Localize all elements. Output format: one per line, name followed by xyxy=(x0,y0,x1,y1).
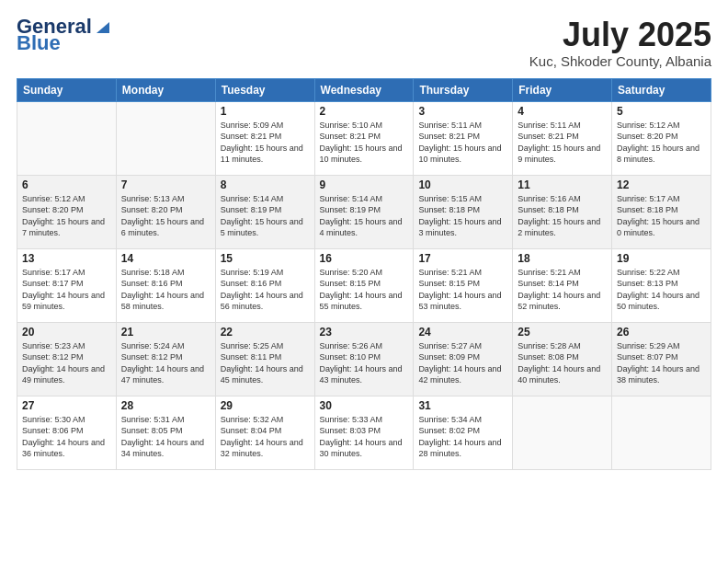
day-number: 3 xyxy=(418,105,507,118)
table-row xyxy=(612,396,711,469)
day-number: 17 xyxy=(418,252,507,265)
day-info: Sunrise: 5:17 AMSunset: 8:18 PMDaylight:… xyxy=(617,193,706,239)
day-number: 11 xyxy=(518,178,607,191)
day-number: 7 xyxy=(121,178,210,191)
table-row: 23Sunrise: 5:26 AMSunset: 8:10 PMDayligh… xyxy=(314,322,414,396)
day-info: Sunrise: 5:24 AMSunset: 8:12 PMDaylight:… xyxy=(121,340,210,386)
table-row: 3Sunrise: 5:11 AMSunset: 8:21 PMDaylight… xyxy=(414,101,513,175)
svg-marker-0 xyxy=(97,22,109,33)
calendar-week-row: 20Sunrise: 5:23 AMSunset: 8:12 PMDayligh… xyxy=(17,322,711,396)
table-row: 8Sunrise: 5:14 AMSunset: 8:19 PMDaylight… xyxy=(215,175,314,248)
location: Kuc, Shkoder County, Albania xyxy=(529,53,711,69)
table-row: 1Sunrise: 5:09 AMSunset: 8:21 PMDaylight… xyxy=(215,101,314,175)
table-row: 17Sunrise: 5:21 AMSunset: 8:15 PMDayligh… xyxy=(414,248,513,322)
day-info: Sunrise: 5:32 AMSunset: 8:04 PMDaylight:… xyxy=(221,414,310,460)
month-year: July 2025 xyxy=(529,17,711,53)
table-row: 4Sunrise: 5:11 AMSunset: 8:21 PMDaylight… xyxy=(513,101,612,175)
table-row xyxy=(116,101,215,175)
day-number: 21 xyxy=(121,326,210,339)
day-number: 24 xyxy=(418,326,507,339)
day-number: 30 xyxy=(320,399,409,412)
day-info: Sunrise: 5:12 AMSunset: 8:20 PMDaylight:… xyxy=(22,193,111,239)
day-number: 26 xyxy=(617,326,706,339)
day-info: Sunrise: 5:31 AMSunset: 8:05 PMDaylight:… xyxy=(121,414,210,460)
table-row: 22Sunrise: 5:25 AMSunset: 8:11 PMDayligh… xyxy=(215,322,314,396)
page: General Blue July 2025 Kuc, Shkoder Coun… xyxy=(0,0,728,563)
day-number: 5 xyxy=(617,105,706,118)
day-number: 8 xyxy=(221,178,310,191)
day-info: Sunrise: 5:16 AMSunset: 8:18 PMDaylight:… xyxy=(518,193,607,239)
logo: General Blue xyxy=(17,17,111,53)
day-info: Sunrise: 5:09 AMSunset: 8:21 PMDaylight:… xyxy=(221,120,310,166)
day-info: Sunrise: 5:18 AMSunset: 8:16 PMDaylight:… xyxy=(121,267,210,313)
table-row: 15Sunrise: 5:19 AMSunset: 8:16 PMDayligh… xyxy=(215,248,314,322)
day-info: Sunrise: 5:34 AMSunset: 8:02 PMDaylight:… xyxy=(418,414,507,460)
day-number: 18 xyxy=(518,252,607,265)
day-info: Sunrise: 5:21 AMSunset: 8:14 PMDaylight:… xyxy=(518,267,607,313)
calendar-week-row: 1Sunrise: 5:09 AMSunset: 8:21 PMDaylight… xyxy=(17,101,711,175)
col-saturday: Saturday xyxy=(612,78,711,101)
day-number: 16 xyxy=(320,252,409,265)
day-number: 28 xyxy=(121,399,210,412)
table-row: 20Sunrise: 5:23 AMSunset: 8:12 PMDayligh… xyxy=(17,322,117,396)
calendar-week-row: 13Sunrise: 5:17 AMSunset: 8:17 PMDayligh… xyxy=(17,248,711,322)
col-monday: Monday xyxy=(116,78,215,101)
day-number: 12 xyxy=(617,178,706,191)
day-number: 14 xyxy=(121,252,210,265)
day-info: Sunrise: 5:10 AMSunset: 8:21 PMDaylight:… xyxy=(320,120,409,166)
day-info: Sunrise: 5:26 AMSunset: 8:10 PMDaylight:… xyxy=(320,340,409,386)
day-number: 31 xyxy=(418,399,507,412)
calendar-week-row: 27Sunrise: 5:30 AMSunset: 8:06 PMDayligh… xyxy=(17,396,711,469)
day-info: Sunrise: 5:11 AMSunset: 8:21 PMDaylight:… xyxy=(418,120,507,166)
day-number: 15 xyxy=(221,252,310,265)
day-info: Sunrise: 5:30 AMSunset: 8:06 PMDaylight:… xyxy=(22,414,111,460)
day-number: 20 xyxy=(22,326,111,339)
col-wednesday: Wednesday xyxy=(314,78,414,101)
day-number: 19 xyxy=(617,252,706,265)
day-info: Sunrise: 5:21 AMSunset: 8:15 PMDaylight:… xyxy=(418,267,507,313)
table-row: 11Sunrise: 5:16 AMSunset: 8:18 PMDayligh… xyxy=(513,175,612,248)
table-row: 31Sunrise: 5:34 AMSunset: 8:02 PMDayligh… xyxy=(414,396,513,469)
day-number: 9 xyxy=(320,178,409,191)
day-number: 10 xyxy=(418,178,507,191)
table-row: 6Sunrise: 5:12 AMSunset: 8:20 PMDaylight… xyxy=(17,175,117,248)
table-row: 26Sunrise: 5:29 AMSunset: 8:07 PMDayligh… xyxy=(612,322,711,396)
header: General Blue July 2025 Kuc, Shkoder Coun… xyxy=(17,17,711,69)
day-number: 4 xyxy=(518,105,607,118)
day-info: Sunrise: 5:20 AMSunset: 8:15 PMDaylight:… xyxy=(320,267,409,313)
day-number: 29 xyxy=(221,399,310,412)
day-info: Sunrise: 5:33 AMSunset: 8:03 PMDaylight:… xyxy=(320,414,409,460)
table-row xyxy=(17,101,117,175)
day-info: Sunrise: 5:22 AMSunset: 8:13 PMDaylight:… xyxy=(617,267,706,313)
logo-blue: Blue xyxy=(17,33,61,53)
table-row: 14Sunrise: 5:18 AMSunset: 8:16 PMDayligh… xyxy=(116,248,215,322)
table-row: 27Sunrise: 5:30 AMSunset: 8:06 PMDayligh… xyxy=(17,396,117,469)
day-info: Sunrise: 5:15 AMSunset: 8:18 PMDaylight:… xyxy=(418,193,507,239)
day-info: Sunrise: 5:27 AMSunset: 8:09 PMDaylight:… xyxy=(418,340,507,386)
table-row xyxy=(513,396,612,469)
table-row: 16Sunrise: 5:20 AMSunset: 8:15 PMDayligh… xyxy=(314,248,414,322)
day-number: 27 xyxy=(22,399,111,412)
day-number: 13 xyxy=(22,252,111,265)
table-row: 24Sunrise: 5:27 AMSunset: 8:09 PMDayligh… xyxy=(414,322,513,396)
day-info: Sunrise: 5:17 AMSunset: 8:17 PMDaylight:… xyxy=(22,267,111,313)
day-number: 1 xyxy=(221,105,310,118)
col-friday: Friday xyxy=(513,78,612,101)
day-info: Sunrise: 5:29 AMSunset: 8:07 PMDaylight:… xyxy=(617,340,706,386)
day-info: Sunrise: 5:28 AMSunset: 8:08 PMDaylight:… xyxy=(518,340,607,386)
table-row: 7Sunrise: 5:13 AMSunset: 8:20 PMDaylight… xyxy=(116,175,215,248)
calendar-table: Sunday Monday Tuesday Wednesday Thursday… xyxy=(17,78,711,470)
table-row: 9Sunrise: 5:14 AMSunset: 8:19 PMDaylight… xyxy=(314,175,414,248)
day-info: Sunrise: 5:19 AMSunset: 8:16 PMDaylight:… xyxy=(221,267,310,313)
table-row: 29Sunrise: 5:32 AMSunset: 8:04 PMDayligh… xyxy=(215,396,314,469)
day-info: Sunrise: 5:25 AMSunset: 8:11 PMDaylight:… xyxy=(221,340,310,386)
table-row: 30Sunrise: 5:33 AMSunset: 8:03 PMDayligh… xyxy=(314,396,414,469)
day-number: 22 xyxy=(221,326,310,339)
table-row: 18Sunrise: 5:21 AMSunset: 8:14 PMDayligh… xyxy=(513,248,612,322)
col-sunday: Sunday xyxy=(17,78,117,101)
table-row: 25Sunrise: 5:28 AMSunset: 8:08 PMDayligh… xyxy=(513,322,612,396)
day-info: Sunrise: 5:12 AMSunset: 8:20 PMDaylight:… xyxy=(617,120,706,166)
table-row: 12Sunrise: 5:17 AMSunset: 8:18 PMDayligh… xyxy=(612,175,711,248)
day-info: Sunrise: 5:11 AMSunset: 8:21 PMDaylight:… xyxy=(518,120,607,166)
table-row: 5Sunrise: 5:12 AMSunset: 8:20 PMDaylight… xyxy=(612,101,711,175)
